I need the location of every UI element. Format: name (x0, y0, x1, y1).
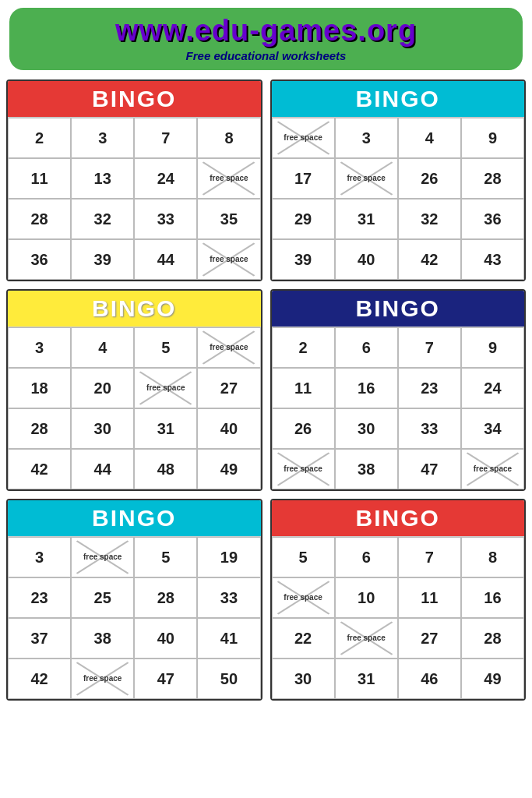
cell-value-4-6: 16 (335, 368, 398, 408)
cell-value-4-9: 26 (272, 408, 335, 449)
cell-value-5-15: 47 (134, 659, 197, 699)
cell-value-3-10: 30 (71, 408, 134, 449)
cell-value-2-7: 26 (398, 158, 461, 199)
cell-value-5-7: 28 (134, 577, 197, 618)
cell-value-5-1: 3 (8, 537, 71, 577)
bingo-header-1: BINGO (8, 81, 261, 117)
cell-value-4-1: 2 (272, 327, 335, 368)
bingo-header-2: BINGO (272, 81, 525, 117)
cell-value-6-8: 16 (461, 577, 524, 618)
cell-value-5-3: 5 (134, 537, 197, 577)
cell-value-5-6: 25 (71, 577, 134, 618)
cell-value-6-1: 5 (272, 537, 335, 577)
cell-4-16: free space (461, 449, 524, 489)
bingo-card-5: BINGO3free space519232528333738404142fre… (6, 499, 262, 701)
cell-value-3-6: 20 (71, 368, 134, 408)
cell-2-1: free space (272, 118, 335, 158)
cell-value-3-12: 40 (197, 408, 260, 449)
cell-6-10: free space (335, 618, 398, 659)
cell-value-3-13: 42 (8, 449, 71, 489)
cell-value-1-2: 3 (71, 118, 134, 158)
cell-value-5-12: 41 (197, 618, 260, 659)
cell-value-3-9: 28 (8, 408, 71, 449)
free-space-text-1-16: free space (210, 255, 248, 264)
cell-value-6-3: 7 (398, 537, 461, 577)
cell-value-3-8: 27 (197, 368, 260, 408)
bingo-card-1: BINGO2378111324free space28323335363944f… (6, 79, 262, 281)
free-space-text-5-14: free space (83, 674, 122, 683)
bingo-header-4: BINGO (272, 291, 525, 327)
cell-value-6-11: 27 (398, 618, 461, 659)
cell-value-6-14: 31 (335, 659, 398, 699)
cell-value-6-15: 46 (398, 659, 461, 699)
cell-value-3-14: 44 (71, 449, 134, 489)
bingo-grid-5: 3free space519232528333738404142free spa… (8, 536, 261, 699)
free-space-text-2-6: free space (347, 174, 385, 183)
cell-value-3-5: 18 (8, 368, 71, 408)
cell-value-1-9: 28 (8, 199, 71, 239)
bingo-grid-1: 2378111324free space28323335363944free s… (8, 117, 261, 280)
cell-value-2-13: 39 (272, 239, 335, 280)
cell-6-5: free space (272, 577, 335, 618)
cell-value-5-4: 19 (197, 537, 260, 577)
cell-value-1-15: 44 (134, 239, 197, 280)
cell-value-2-10: 31 (335, 199, 398, 239)
cell-2-6: free space (335, 158, 398, 199)
cell-value-5-10: 38 (71, 618, 134, 659)
cell-value-6-9: 22 (272, 618, 335, 659)
free-space-text-5-2: free space (83, 553, 122, 562)
cell-5-14: free space (71, 659, 134, 699)
cell-value-4-14: 38 (335, 449, 398, 489)
cell-value-2-15: 42 (398, 239, 461, 280)
cell-4-13: free space (272, 449, 335, 489)
cell-value-1-10: 32 (71, 199, 134, 239)
bingo-header-6: BINGO (272, 500, 525, 536)
bingo-grid-3: 345free space1820free space2728303140424… (8, 327, 261, 489)
cell-value-5-9: 37 (8, 618, 71, 659)
cell-value-3-3: 5 (134, 327, 197, 368)
cell-value-2-2: 3 (335, 118, 398, 158)
bingo-grid-4: 26791116232426303334free space3847free s… (272, 327, 525, 489)
cell-value-6-7: 11 (398, 577, 461, 618)
cell-5-2: free space (71, 537, 134, 577)
free-space-text-4-13: free space (284, 464, 322, 474)
cell-value-3-2: 4 (71, 327, 134, 368)
bingo-grid-6: 5678free space10111622free space27283031… (272, 536, 525, 699)
cell-value-2-8: 28 (461, 158, 524, 199)
cell-value-1-6: 13 (71, 158, 134, 199)
cell-value-3-16: 49 (197, 449, 260, 489)
cell-value-1-4: 8 (197, 118, 260, 158)
bingo-card-3: BINGO345free space1820free space27283031… (6, 289, 262, 491)
bingo-card-2: BINGOfree space34917free space2628293132… (270, 79, 527, 281)
cell-value-6-13: 30 (272, 659, 335, 699)
free-space-text-6-10: free space (347, 634, 385, 643)
cell-value-2-14: 40 (335, 239, 398, 280)
cell-value-2-16: 43 (461, 239, 524, 280)
cell-value-2-12: 36 (461, 199, 524, 239)
cell-value-1-1: 2 (8, 118, 71, 158)
cell-value-6-12: 28 (461, 618, 524, 659)
cell-value-5-8: 33 (197, 577, 260, 618)
cell-value-1-5: 11 (8, 158, 71, 199)
cell-value-1-13: 36 (8, 239, 71, 280)
cell-value-4-8: 24 (461, 368, 524, 408)
cell-3-4: free space (197, 327, 260, 368)
cards-grid: BINGO2378111324free space28323335363944f… (0, 79, 532, 708)
cell-value-4-3: 7 (398, 327, 461, 368)
cell-value-5-5: 23 (8, 577, 71, 618)
cell-3-7: free space (134, 368, 197, 408)
free-space-text-4-16: free space (474, 464, 512, 474)
cell-value-1-7: 24 (134, 158, 197, 199)
bingo-header-5: BINGO (8, 500, 261, 536)
cell-value-6-6: 10 (335, 577, 398, 618)
cell-value-6-2: 6 (335, 537, 398, 577)
cell-value-4-4: 9 (461, 327, 524, 368)
free-space-text-3-4: free space (210, 343, 248, 352)
bingo-card-6: BINGO5678free space10111622free space272… (270, 499, 527, 701)
cell-value-2-3: 4 (398, 118, 461, 158)
cell-value-1-11: 33 (134, 199, 197, 239)
cell-value-3-11: 31 (134, 408, 197, 449)
free-space-text-2-1: free space (284, 133, 322, 143)
bingo-card-4: BINGO26791116232426303334free space3847f… (270, 289, 527, 491)
cell-value-4-2: 6 (335, 327, 398, 368)
